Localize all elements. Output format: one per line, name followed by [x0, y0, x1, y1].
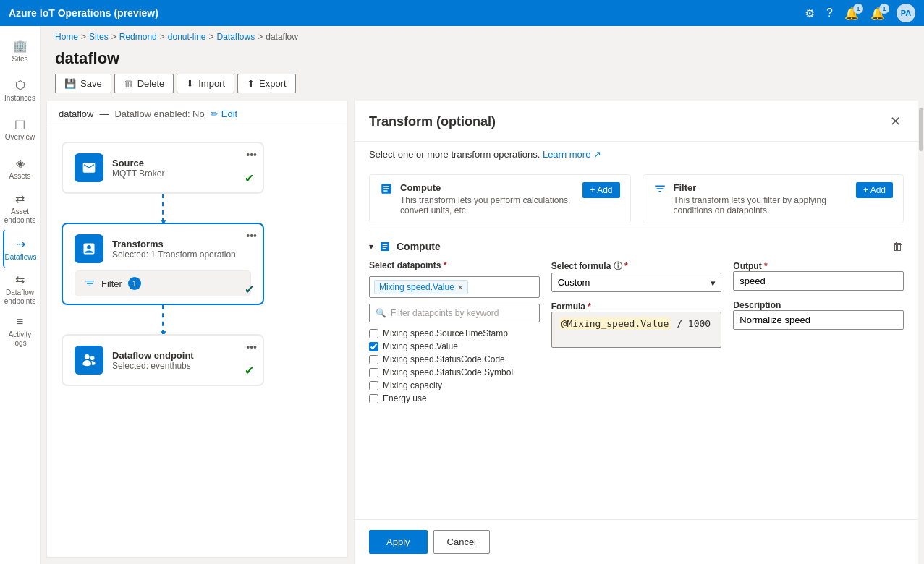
breadcrumb-home[interactable]: Home [55, 32, 78, 42]
filter-inner-icon [84, 278, 96, 289]
compute-card-icon [380, 182, 393, 195]
endpoint-node-info: Dataflow endpoint Selected: eventhubs [112, 350, 251, 371]
output-column: Output Description [733, 260, 904, 403]
tag-row: Mixing speed.Value ✕ [369, 276, 540, 298]
avatar[interactable]: PA [897, 4, 915, 22]
sidebar-item-overview[interactable]: ◫ Overview [3, 110, 38, 148]
transform-options: Compute This transform lets you perform … [355, 167, 918, 231]
formula-column: Select formula ⓘ Custom Multiply Divide [551, 260, 722, 403]
checkbox-row-5: Mixing capacity [369, 380, 540, 390]
overview-icon: ◫ [14, 117, 25, 131]
page-title: dataflow [55, 49, 910, 68]
datapoints-label: Select datapoints [369, 260, 540, 270]
sidebar-item-sites[interactable]: 🏢 Sites [3, 32, 38, 69]
asset-endpoints-icon: ⇄ [15, 192, 25, 205]
dataflow-endpoint-node[interactable]: Dataflow endpoint Selected: eventhubs ••… [62, 334, 264, 386]
checkbox-source-timestamp[interactable] [369, 329, 378, 338]
datapoints-filter-input[interactable]: 🔍 Filter datapoints by keyword [369, 304, 540, 322]
source-node[interactable]: Source MQTT Broker ••• ✔ [62, 142, 264, 194]
compute-section: ▾ Compute 🗑 Select datapoints [355, 231, 918, 415]
sidebar-item-dataflow-endpoints[interactable]: ⇆ Dataflowendpoints [3, 269, 38, 309]
description-input[interactable] [733, 310, 904, 330]
breadcrumb: Home > Sites > Redmond > donut-line > Da… [41, 26, 924, 45]
sidebar-item-activity-logs[interactable]: ≡ Activitylogs [3, 311, 38, 351]
import-icon: ⬇ [186, 78, 194, 89]
app-title: Azure IoT Operations (preview) [9, 7, 158, 19]
filter-card-title: Filter [674, 182, 849, 193]
dataflow-status: Dataflow enabled: No [114, 108, 204, 119]
sidebar-item-dataflows[interactable]: ⇢ Dataflows [3, 230, 38, 268]
breadcrumb-dataflows[interactable]: Dataflows [217, 32, 255, 42]
breadcrumb-redmond[interactable]: Redmond [119, 32, 157, 42]
source-node-title: Source [112, 158, 251, 168]
formula-display[interactable]: @Mixing_speed.Value / 1000 [551, 312, 722, 348]
settings-icon[interactable]: ⚙ [805, 7, 815, 20]
sidebar-item-label: Activitylogs [9, 330, 32, 348]
filter-count-badge: 1 [128, 277, 141, 290]
panel-description: Select one or more transform operations.… [355, 142, 918, 167]
checkbox-row-4: Mixing speed.StatusCode.Symbol [369, 367, 540, 377]
panel-scrollbar[interactable] [918, 101, 924, 564]
filter-add-button[interactable]: + Add [856, 182, 893, 198]
compute-card[interactable]: Compute This transform lets you perform … [369, 174, 631, 223]
sidebar-item-assets[interactable]: ◈ Assets [3, 149, 38, 187]
compute-section-icon [379, 241, 391, 252]
endpoint-node-menu[interactable]: ••• [246, 341, 257, 353]
apply-button[interactable]: Apply [369, 530, 428, 554]
compute-add-button[interactable]: + Add [582, 182, 619, 198]
cancel-button[interactable]: Cancel [433, 530, 490, 554]
filter-inner-node[interactable]: Filter 1 [75, 270, 251, 296]
formula-group: Formula @Mixing_speed.Value / 1000 [551, 301, 722, 348]
breadcrumb-sites[interactable]: Sites [89, 32, 109, 42]
compute-chevron[interactable]: ▾ [369, 242, 373, 252]
select-formula-label: Select formula ⓘ [551, 261, 628, 271]
checkbox-energy-use[interactable] [369, 394, 378, 403]
checkbox-row-3: Mixing speed.StatusCode.Code [369, 354, 540, 364]
output-input[interactable] [733, 271, 904, 291]
sidebar-item-label: Overview [5, 133, 35, 141]
panel-close-button[interactable]: ✕ [887, 111, 904, 132]
edit-icon: ✏ [211, 108, 219, 119]
source-node-menu[interactable]: ••• [246, 149, 257, 161]
topbar-icons: ⚙ ? 🔔1 🔔1 PA [805, 4, 915, 22]
endpoint-node-status: ✔ [245, 364, 254, 377]
output-group: Output [733, 260, 904, 291]
canvas-statusbar: dataflow — Dataflow enabled: No ✏ Edit [47, 101, 347, 127]
checkbox-label-1: Mixing speed.SourceTimeStamp [383, 328, 508, 338]
alerts-bell[interactable]: 🔔1 [870, 7, 885, 20]
sidebar: 🏢 Sites ⬡ Instances ◫ Overview ◈ Assets … [0, 26, 41, 564]
export-button[interactable]: ⬆ Export [237, 74, 296, 93]
transforms-node-menu[interactable]: ••• [246, 230, 257, 242]
sidebar-item-instances[interactable]: ⬡ Instances [3, 71, 38, 108]
select-formula-dropdown[interactable]: Custom Multiply Divide Add Subtract [551, 273, 722, 292]
checkbox-value[interactable] [369, 342, 378, 351]
endpoint-node-title: Dataflow endpoint [112, 350, 251, 361]
notifications-bell[interactable]: 🔔1 [844, 7, 859, 20]
notifications-count: 1 [853, 4, 863, 14]
dataflow-endpoints-icon: ⇆ [15, 273, 25, 286]
checkbox-statuscode-symbol[interactable] [369, 368, 378, 377]
sites-icon: 🏢 [13, 39, 27, 53]
sidebar-item-label: Sites [12, 55, 27, 63]
compute-delete-button[interactable]: 🗑 [892, 240, 904, 253]
selected-tag[interactable]: Mixing speed.Value ✕ [374, 280, 468, 294]
tag-remove-button[interactable]: ✕ [457, 283, 463, 291]
filter-card[interactable]: Filter This transform lets you filter by… [643, 174, 904, 223]
delete-button[interactable]: 🗑 Delete [114, 74, 174, 93]
transforms-node-info: Transforms Selected: 1 Transform operati… [112, 239, 251, 260]
description-label: Description [733, 300, 781, 310]
select-formula-group: Select formula ⓘ Custom Multiply Divide [551, 260, 722, 292]
help-icon[interactable]: ? [826, 7, 833, 20]
checkbox-statuscode-code[interactable] [369, 355, 378, 364]
sidebar-item-asset-endpoints[interactable]: ⇄ Assetendpoints [3, 188, 38, 228]
filter-card-body: Filter This transform lets you filter by… [674, 182, 849, 215]
sidebar-item-label: Assetendpoints [4, 208, 35, 225]
checkbox-mixing-capacity[interactable] [369, 381, 378, 390]
transforms-node[interactable]: Transforms Selected: 1 Transform operati… [62, 223, 264, 305]
save-button[interactable]: 💾 Save [55, 74, 111, 93]
breadcrumb-donut-line[interactable]: donut-line [168, 32, 206, 42]
import-button[interactable]: ⬇ Import [177, 74, 234, 93]
edit-link[interactable]: ✏ Edit [211, 108, 237, 119]
learn-more-link[interactable]: Learn more ↗ [543, 149, 601, 160]
dataflows-icon: ⇢ [16, 237, 25, 251]
